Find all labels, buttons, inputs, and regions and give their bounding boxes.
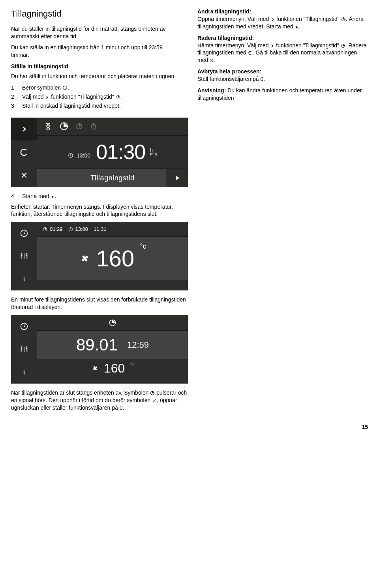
time-display-row: 13:00 01:30 h min (37, 136, 188, 169)
elapsed-value: 89.01 (76, 337, 118, 353)
pie-icon (341, 17, 346, 22)
fan-icon (79, 253, 91, 264)
step4-row: 4 Starta med . (11, 193, 368, 200)
clock-button[interactable] (11, 315, 37, 338)
pie-icon (43, 227, 47, 232)
current-time: 13:00 (77, 152, 90, 159)
clock-button[interactable] (11, 222, 37, 245)
note-paragraph: Anvisning: Du kan ändra funktionen och t… (197, 87, 368, 102)
timer-icons-row (37, 118, 188, 136)
fan-icon (91, 364, 99, 372)
chevron-icon (45, 95, 49, 99)
step-number: 3 (11, 102, 17, 110)
c-icon (248, 51, 253, 55)
change-paragraph: Ändra tillagningstid: Öppna timermenyn. … (197, 8, 368, 30)
status-times-row: 01:29 13:00 11:31 (37, 222, 188, 237)
remaining-time: 01:29 (50, 226, 63, 233)
temperature-unit: °c (129, 361, 134, 367)
chevron-button[interactable] (11, 118, 37, 141)
clock-icon (68, 153, 73, 158)
stopwatch-icon (90, 123, 97, 130)
current-clock: 11:31 (94, 226, 107, 233)
close-button[interactable] (11, 164, 37, 187)
display-panel-running: 01:29 13:00 11:31 160 °c (11, 222, 188, 290)
step-number: 1 (11, 84, 17, 92)
page-number: 15 (11, 423, 368, 431)
cooking-time-value: 01:30 (96, 142, 145, 162)
elapsed-row: 89.01 12:59 (37, 331, 188, 359)
pie-icon (59, 122, 69, 131)
play-icon (295, 25, 299, 29)
dish-button[interactable] (11, 245, 37, 268)
after-start-paragraph: Enheten startar. Timermenyn stängs. I di… (11, 203, 188, 218)
intro-paragraph: När du ställer in tillagningstid för din… (11, 25, 182, 40)
subheading-set: Ställa in tillagningstid (11, 63, 182, 70)
temperature-unit: °c (140, 242, 146, 251)
clock-icon (68, 227, 73, 232)
pie-icon (109, 319, 116, 327)
play-icon (51, 195, 54, 199)
time-unit: h min (150, 148, 157, 156)
display-panel-set-time: 13:00 01:30 h min Tillagningstid (11, 118, 188, 187)
step-text: Ställ in önskad tillagningstid med vrede… (22, 102, 182, 110)
display-panel-ending: 89.01 12:59 160 °c (11, 315, 188, 384)
step-text: Starta med . (22, 193, 368, 200)
temperature-value: 160 (104, 360, 125, 377)
end-paragraph: När tillagningstiden är slut stängs enhe… (11, 389, 188, 412)
clock-icon (62, 85, 68, 90)
pie-icon (341, 43, 345, 48)
clockend-icon (76, 123, 83, 130)
range-paragraph: Du kan ställa in en tillagningstid från … (11, 44, 182, 59)
info-button[interactable] (11, 361, 37, 384)
pie-icon (150, 391, 155, 395)
hourglass-icon (44, 122, 52, 130)
end-time-value: 12:59 (127, 339, 149, 351)
dish-button[interactable] (11, 338, 37, 361)
chevron-icon (270, 17, 275, 22)
play-icon (174, 174, 181, 182)
step-number: 4 (11, 193, 17, 200)
chevron-icon (270, 44, 274, 48)
clear-button[interactable] (11, 140, 37, 164)
step-text: Berör symbolen . (22, 84, 182, 92)
precondition-paragraph: Du har ställt in funktion och temperatur… (11, 73, 182, 80)
top-icon-row (37, 315, 188, 331)
info-button[interactable] (11, 268, 37, 290)
abort-paragraph: Avbryta hela processen: Ställ funktionsv… (197, 68, 368, 83)
temperature-value: 160 (96, 247, 135, 270)
mode-label: Tillagningstid (90, 173, 134, 183)
check-icon (152, 398, 157, 403)
pie-icon (116, 95, 120, 99)
delete-paragraph: Radera tillagningstid: Hämta timermenyn.… (197, 34, 368, 64)
steps-list: 1 Berör symbolen . 2 Välj med funktionen… (11, 84, 182, 110)
step-text: Välj med funktionen "Tillagningstid" . (22, 93, 182, 101)
x-icon (210, 58, 214, 63)
temp-row: 160 °c (37, 237, 188, 280)
temp-row-small: 160 °c (37, 359, 188, 377)
label-row: Tillagningstid (37, 169, 188, 187)
one-minute-paragraph: En minut före tillagningstidens slut vis… (11, 296, 188, 311)
end-time: 13:00 (75, 226, 88, 233)
section-title: Tillagningstid (11, 8, 182, 20)
start-button[interactable] (166, 169, 188, 187)
step-number: 2 (11, 93, 17, 101)
